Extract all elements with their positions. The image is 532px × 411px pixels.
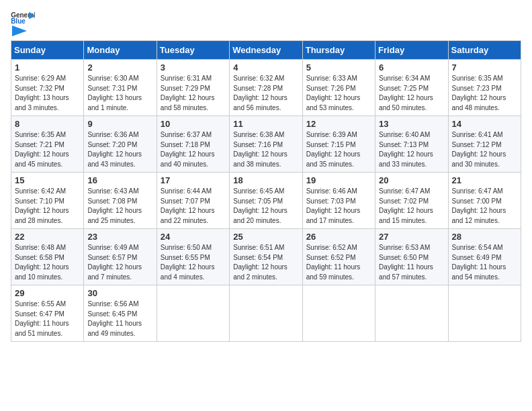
day-number: 4 — [233, 62, 298, 73]
calendar-cell: 19 Sunrise: 6:46 AM Sunset: 7:03 PM Dayl… — [302, 173, 375, 229]
calendar-cell: 2 Sunrise: 6:30 AM Sunset: 7:31 PM Dayli… — [84, 60, 157, 116]
calendar-cell: 22 Sunrise: 6:48 AM Sunset: 6:58 PM Dayl… — [11, 229, 84, 285]
day-info: Sunrise: 6:35 AM Sunset: 7:23 PM Dayligh… — [452, 74, 517, 113]
calendar-cell: 5 Sunrise: 6:33 AM Sunset: 7:26 PM Dayli… — [302, 60, 375, 116]
day-number: 22 — [15, 232, 80, 242]
day-info: Sunrise: 6:45 AM Sunset: 7:05 PM Dayligh… — [233, 187, 298, 226]
calendar-cell: 7 Sunrise: 6:35 AM Sunset: 7:23 PM Dayli… — [448, 60, 521, 116]
calendar-week-row: 8 Sunrise: 6:35 AM Sunset: 7:21 PM Dayli… — [11, 116, 521, 173]
day-info: Sunrise: 6:34 AM Sunset: 7:25 PM Dayligh… — [379, 74, 444, 113]
day-number: 26 — [306, 232, 371, 242]
calendar-cell: 20 Sunrise: 6:47 AM Sunset: 7:02 PM Dayl… — [375, 173, 448, 229]
day-number: 16 — [87, 175, 152, 185]
day-info: Sunrise: 6:32 AM Sunset: 7:28 PM Dayligh… — [233, 74, 298, 113]
day-info: Sunrise: 6:36 AM Sunset: 7:20 PM Dayligh… — [87, 130, 152, 169]
day-info: Sunrise: 6:47 AM Sunset: 7:02 PM Dayligh… — [379, 187, 444, 226]
calendar-cell: 14 Sunrise: 6:41 AM Sunset: 7:12 PM Dayl… — [448, 116, 521, 173]
logo: General Blue — [11, 11, 35, 34]
day-number: 23 — [87, 232, 152, 242]
calendar-cell: 12 Sunrise: 6:39 AM Sunset: 7:15 PM Dayl… — [302, 116, 375, 173]
day-info: Sunrise: 6:52 AM Sunset: 6:52 PM Dayligh… — [306, 243, 371, 282]
day-number: 11 — [233, 119, 298, 129]
day-info: Sunrise: 6:54 AM Sunset: 6:49 PM Dayligh… — [452, 243, 517, 282]
day-info: Sunrise: 6:29 AM Sunset: 7:32 PM Dayligh… — [15, 74, 80, 113]
day-number: 17 — [161, 175, 226, 185]
calendar-cell: 15 Sunrise: 6:42 AM Sunset: 7:10 PM Dayl… — [11, 173, 84, 229]
logo-icon: General Blue — [11, 11, 35, 24]
calendar-cell: 16 Sunrise: 6:43 AM Sunset: 7:08 PM Dayl… — [84, 173, 157, 229]
column-header-wednesday: Wednesday — [230, 41, 302, 60]
day-number: 13 — [379, 119, 444, 129]
day-number: 20 — [379, 175, 444, 185]
day-number: 1 — [15, 62, 80, 73]
day-info: Sunrise: 6:42 AM Sunset: 7:10 PM Dayligh… — [15, 187, 80, 226]
day-number: 21 — [452, 175, 517, 185]
day-number: 9 — [87, 119, 152, 129]
day-info: Sunrise: 6:51 AM Sunset: 6:54 PM Dayligh… — [233, 243, 298, 282]
calendar-cell: 30 Sunrise: 6:56 AM Sunset: 6:45 PM Dayl… — [84, 285, 157, 342]
calendar-cell: 3 Sunrise: 6:31 AM Sunset: 7:29 PM Dayli… — [157, 60, 229, 116]
svg-text:Blue: Blue — [11, 17, 26, 24]
day-number: 27 — [379, 232, 444, 242]
calendar-week-row: 29 Sunrise: 6:55 AM Sunset: 6:47 PM Dayl… — [11, 285, 521, 342]
calendar-cell: 26 Sunrise: 6:52 AM Sunset: 6:52 PM Dayl… — [302, 229, 375, 285]
day-number: 10 — [161, 119, 226, 129]
day-number: 19 — [306, 175, 371, 185]
page-header: General Blue — [11, 11, 521, 34]
day-info: Sunrise: 6:49 AM Sunset: 6:57 PM Dayligh… — [87, 243, 152, 282]
calendar-cell — [157, 285, 229, 342]
calendar-cell: 23 Sunrise: 6:49 AM Sunset: 6:57 PM Dayl… — [84, 229, 157, 285]
day-number: 30 — [87, 288, 152, 298]
calendar-cell: 27 Sunrise: 6:53 AM Sunset: 6:50 PM Dayl… — [375, 229, 448, 285]
calendar-cell: 11 Sunrise: 6:38 AM Sunset: 7:16 PM Dayl… — [230, 116, 302, 173]
day-number: 7 — [452, 62, 517, 73]
calendar-cell: 1 Sunrise: 6:29 AM Sunset: 7:32 PM Dayli… — [11, 60, 84, 116]
day-info: Sunrise: 6:50 AM Sunset: 6:55 PM Dayligh… — [161, 243, 226, 282]
day-number: 18 — [233, 175, 298, 185]
day-number: 8 — [15, 119, 80, 129]
calendar-week-row: 1 Sunrise: 6:29 AM Sunset: 7:32 PM Dayli… — [11, 60, 521, 116]
calendar-cell: 28 Sunrise: 6:54 AM Sunset: 6:49 PM Dayl… — [448, 229, 521, 285]
calendar-cell: 25 Sunrise: 6:51 AM Sunset: 6:54 PM Dayl… — [230, 229, 302, 285]
day-info: Sunrise: 6:53 AM Sunset: 6:50 PM Dayligh… — [379, 243, 444, 282]
day-number: 2 — [87, 62, 152, 73]
column-header-thursday: Thursday — [302, 41, 375, 60]
calendar-cell: 18 Sunrise: 6:45 AM Sunset: 7:05 PM Dayl… — [230, 173, 302, 229]
day-number: 6 — [379, 62, 444, 73]
day-number: 3 — [161, 62, 226, 73]
column-header-sunday: Sunday — [11, 41, 84, 60]
column-header-monday: Monday — [84, 41, 157, 60]
day-number: 5 — [306, 62, 371, 73]
day-number: 15 — [15, 175, 80, 185]
day-info: Sunrise: 6:31 AM Sunset: 7:29 PM Dayligh… — [161, 74, 226, 113]
day-info: Sunrise: 6:30 AM Sunset: 7:31 PM Dayligh… — [87, 74, 152, 113]
calendar-cell: 10 Sunrise: 6:37 AM Sunset: 7:18 PM Dayl… — [157, 116, 229, 173]
day-number: 24 — [161, 232, 226, 242]
calendar-cell — [375, 285, 448, 342]
column-header-tuesday: Tuesday — [157, 41, 229, 60]
day-info: Sunrise: 6:40 AM Sunset: 7:13 PM Dayligh… — [379, 130, 444, 169]
day-info: Sunrise: 6:48 AM Sunset: 6:58 PM Dayligh… — [15, 243, 80, 282]
day-info: Sunrise: 6:37 AM Sunset: 7:18 PM Dayligh… — [161, 130, 226, 169]
calendar-cell: 8 Sunrise: 6:35 AM Sunset: 7:21 PM Dayli… — [11, 116, 84, 173]
day-info: Sunrise: 6:38 AM Sunset: 7:16 PM Dayligh… — [233, 130, 298, 169]
calendar-cell — [448, 285, 521, 342]
logo-arrow-icon — [12, 26, 27, 36]
day-info: Sunrise: 6:41 AM Sunset: 7:12 PM Dayligh… — [452, 130, 517, 169]
day-number: 29 — [15, 288, 80, 298]
calendar-cell: 24 Sunrise: 6:50 AM Sunset: 6:55 PM Dayl… — [157, 229, 229, 285]
calendar-cell: 6 Sunrise: 6:34 AM Sunset: 7:25 PM Dayli… — [375, 60, 448, 116]
calendar-cell: 13 Sunrise: 6:40 AM Sunset: 7:13 PM Dayl… — [375, 116, 448, 173]
day-number: 25 — [233, 232, 298, 242]
calendar-cell — [230, 285, 302, 342]
column-header-saturday: Saturday — [448, 41, 521, 60]
column-header-friday: Friday — [375, 41, 448, 60]
calendar-cell: 4 Sunrise: 6:32 AM Sunset: 7:28 PM Dayli… — [230, 60, 302, 116]
calendar-week-row: 15 Sunrise: 6:42 AM Sunset: 7:10 PM Dayl… — [11, 173, 521, 229]
day-info: Sunrise: 6:46 AM Sunset: 7:03 PM Dayligh… — [306, 187, 371, 226]
day-number: 28 — [452, 232, 517, 242]
day-info: Sunrise: 6:44 AM Sunset: 7:07 PM Dayligh… — [161, 187, 226, 226]
svg-marker-3 — [12, 26, 27, 36]
calendar-week-row: 22 Sunrise: 6:48 AM Sunset: 6:58 PM Dayl… — [11, 229, 521, 285]
day-info: Sunrise: 6:33 AM Sunset: 7:26 PM Dayligh… — [306, 74, 371, 113]
